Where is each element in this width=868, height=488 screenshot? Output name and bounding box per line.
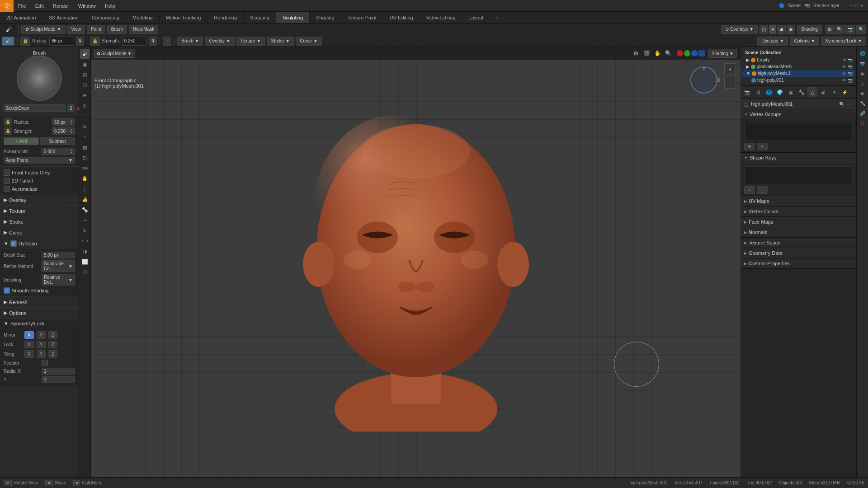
shading-material[interactable]: ◕ <box>777 25 786 34</box>
sculpt-flatten-tool[interactable]: ≡ <box>80 132 90 142</box>
lock-x-btn[interactable]: X <box>24 341 34 348</box>
strength-panel-value[interactable]: 0.250 ▲ ▼ <box>52 127 75 135</box>
nav-zoom-in[interactable]: + <box>724 63 736 75</box>
face-maps-header[interactable]: ▶ Face Maps <box>741 217 856 227</box>
prop-tab-world[interactable]: 🌍 <box>775 87 785 97</box>
sc-highpoly001-camera[interactable]: 📷 <box>848 78 853 83</box>
radius-lock-icon[interactable]: 🔒 <box>4 118 12 126</box>
tab-rendering[interactable]: Rendering <box>208 12 244 23</box>
tab-scripting[interactable]: Scripting <box>244 12 276 23</box>
stroke-header[interactable]: ▶ Stroke · · · <box>0 216 79 227</box>
radius-input[interactable] <box>49 37 74 46</box>
dyntopo-btn[interactable]: Dyntopo ▼ <box>757 37 788 46</box>
prop-tab-material[interactable]: ◉ <box>818 87 828 97</box>
smooth-shading-checkbox[interactable] <box>4 287 10 294</box>
prop-render-icon[interactable]: 📷 <box>858 59 867 68</box>
autosmooth-arrows[interactable]: ▲ ▼ <box>70 149 73 154</box>
vertex-colors-header[interactable]: ▶ Vertex Colors <box>741 206 856 216</box>
sculpt-draw-btn[interactable]: 🖌 <box>2 37 14 46</box>
sculpt-clay-tool[interactable]: ▣ <box>80 59 90 69</box>
shading-rendered[interactable]: ◉ <box>787 25 795 34</box>
remesh-header[interactable]: ▶ Remesh <box>0 297 79 307</box>
sculpt-pinch-tool[interactable]: ⋙ <box>80 163 90 173</box>
paint-btn[interactable]: Paint <box>87 25 105 34</box>
view-btn[interactable]: View <box>67 25 85 34</box>
vp-zoom-icon[interactable]: 🔍 <box>664 49 673 58</box>
vg-add-btn[interactable]: + <box>744 143 755 150</box>
sc-high-poly-001[interactable]: high·poly.001 👁 📷 <box>742 77 854 84</box>
sk-remove-btn[interactable]: − <box>757 186 768 194</box>
radial-y-value[interactable]: 1 <box>42 376 75 383</box>
sc-empty-camera[interactable]: 📷 <box>848 58 853 62</box>
vp-mode-btn[interactable]: ✿ Sculpt Mode ▼ <box>94 49 135 58</box>
prop-scene-icon[interactable]: 🌐 <box>858 49 867 58</box>
tab-layout[interactable]: Layout <box>462 12 490 23</box>
sculpt-claystrips-tool[interactable]: ▤ <box>80 70 90 80</box>
accumulate-checkbox[interactable] <box>4 186 10 192</box>
feather-checkbox[interactable] <box>42 360 48 366</box>
uv-maps-header[interactable]: ▶ UV Maps <box>741 196 856 206</box>
prop-tab-object[interactable]: ▣ <box>786 87 796 97</box>
sculpt-inflate-tool[interactable]: ⊕ <box>80 90 90 100</box>
sculpt-nudge-tool[interactable]: ⇢ <box>80 215 90 225</box>
subtract-button[interactable]: Subtract <box>40 137 75 145</box>
add-button[interactable]: + Add <box>4 137 39 145</box>
menu-file[interactable]: File <box>14 0 31 11</box>
sculpt-boxmask-tool[interactable]: ⬜ <box>80 257 90 267</box>
shading-dropdown[interactable]: Shading <box>797 25 822 34</box>
custom-props-header[interactable]: ▶ Custom Properties <box>741 258 856 268</box>
dyntopo-enable-checkbox[interactable] <box>10 240 17 247</box>
mirror-y-btn[interactable]: Y <box>37 331 46 339</box>
sculpt-snake-tool[interactable]: ⌠ <box>80 184 90 194</box>
normals-header[interactable]: ▶ Normals <box>741 227 856 237</box>
menu-window[interactable]: Window <box>74 0 100 11</box>
view-camera[interactable]: 📷 <box>845 25 855 34</box>
sc-high-poly-mesh[interactable]: ▼ high·polyMesh.1 👁 📷 <box>742 70 854 77</box>
direction-btn[interactable]: + <box>163 37 172 46</box>
sculpt-crease-tool[interactable]: ⌒ <box>80 111 90 121</box>
strength-input[interactable] <box>122 37 147 46</box>
autosmooth-value[interactable]: 0.000 ▲ ▼ <box>42 148 75 155</box>
navigation-gizmo[interactable]: Y X <box>688 64 720 96</box>
sculpt-rotate-tool[interactable]: ↻ <box>80 225 90 235</box>
tab-compositing[interactable]: Compositing <box>85 12 126 23</box>
tiling-x-btn[interactable]: X <box>24 350 34 358</box>
prop-tab-mesh[interactable]: △ <box>807 87 817 97</box>
mesh-browse-btn[interactable]: 🔍 <box>838 101 846 107</box>
sculpt-thumb-tool[interactable]: 👍 <box>80 194 90 204</box>
tab-sculpting[interactable]: Sculpting <box>276 12 310 23</box>
scene-name[interactable]: Scene <box>788 3 801 8</box>
hidemask-btn[interactable]: Hide/Mask <box>129 25 158 34</box>
options-btn[interactable]: Options ▼ <box>790 37 819 46</box>
overlay-dropdown[interactable]: Overlay ▼ <box>205 37 234 46</box>
tab-uv-editing[interactable]: UV Editing <box>383 12 420 23</box>
sculpt-mask-tool[interactable]: ◑ <box>80 246 90 256</box>
tab-2d-animation[interactable]: 2D Animation <box>0 12 42 23</box>
prop-tab-scene[interactable]: 🌐 <box>764 87 774 97</box>
vp-hand-icon[interactable]: ✋ <box>653 49 662 58</box>
sculpt-pose-tool[interactable]: 🦴 <box>80 205 90 215</box>
view-grid[interactable]: ⊞ <box>826 25 834 34</box>
sc-gladvalas-eye[interactable]: 👁 <box>842 65 846 69</box>
strength-lock-icon[interactable]: 🔒 <box>4 127 12 135</box>
menu-help[interactable]: Help <box>100 0 120 11</box>
radius-lock[interactable]: 🔒 <box>20 37 30 46</box>
tab-add-button[interactable]: + <box>490 12 502 23</box>
sculpt-scrape-tool[interactable]: ⊟ <box>80 153 90 163</box>
symmetry-header[interactable]: ▼ Symmetry/Lock · · · <box>0 319 79 328</box>
menu-edit[interactable]: Edit <box>31 0 48 11</box>
front-faces-checkbox[interactable] <box>4 169 10 176</box>
detailing-value[interactable]: Relative Det... ▼ <box>42 274 75 286</box>
prop-tab-modifiers[interactable]: 🔧 <box>797 87 807 97</box>
lock-y-btn[interactable]: Y <box>37 341 46 348</box>
sc-highpoly001-eye[interactable]: 👁 <box>842 78 846 83</box>
brush-btn[interactable]: Brush <box>107 25 127 34</box>
tab-shading[interactable]: Shading <box>310 12 341 23</box>
shading-wire[interactable]: ◫ <box>760 25 768 34</box>
sc-gladvalas[interactable]: ▶ gladvalakasМesh 👁 📷 <box>742 63 854 70</box>
prop-tab-output[interactable]: 🖨 <box>753 87 763 97</box>
sculpt-blob-tool[interactable]: ⊙ <box>80 101 90 111</box>
radius-panel-value[interactable]: 66 px ▲ ▼ <box>52 118 75 126</box>
prop-tab-render[interactable]: 📷 <box>742 87 752 97</box>
sculpt-slide-relax-tool[interactable]: ⟷ <box>80 236 90 246</box>
